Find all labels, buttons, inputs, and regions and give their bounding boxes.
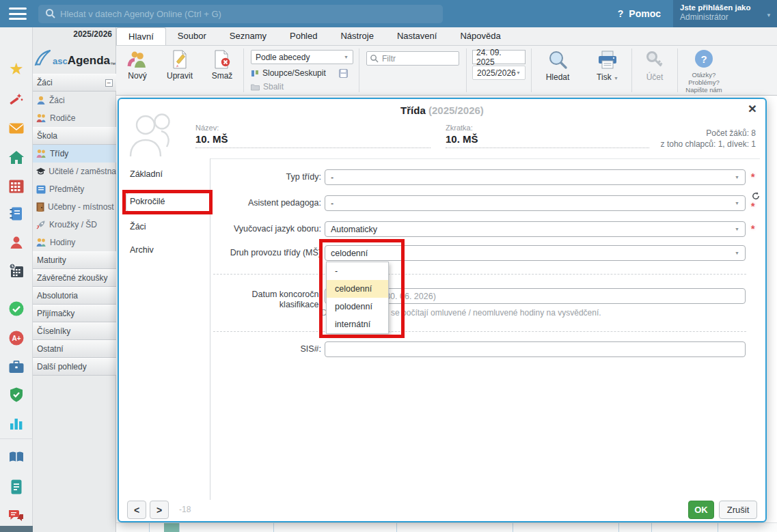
chevron-down-icon: ▼: [516, 70, 521, 75]
messages-chat-icon[interactable]: [0, 507, 33, 525]
room-door-icon: [36, 202, 44, 212]
dropdown-option-empty[interactable]: -: [327, 262, 388, 280]
print-dropdown-icon[interactable]: ▼: [614, 76, 618, 81]
ok-button[interactable]: OK: [688, 501, 714, 519]
new-button[interactable]: Nový: [116, 46, 159, 81]
help-question-icon: ?: [618, 8, 624, 19]
questions-button[interactable]: ? Otázky? Problémy? Napište nám: [678, 46, 730, 94]
dropdown-option-polodenni[interactable]: polodenní: [327, 298, 388, 316]
dropdown-option-internatni[interactable]: internátní: [327, 316, 388, 333]
menu-tab-nastroje[interactable]: Nástroje: [329, 27, 385, 45]
notebook-icon[interactable]: [0, 205, 33, 223]
nav-item-tridy[interactable]: Třídy: [33, 145, 116, 163]
briefcase-icon[interactable]: [0, 358, 33, 376]
abbr-value[interactable]: 10. MŠ: [446, 133, 649, 145]
nav-item-predmety[interactable]: Předměty: [33, 180, 116, 198]
cancel-button[interactable]: Zrušit: [719, 501, 757, 519]
columns-group-button[interactable]: Sloupce/Seskupit: [251, 68, 353, 78]
dialog-tab-zaci[interactable]: Žáci: [119, 222, 210, 232]
refresh-icon[interactable]: [752, 192, 760, 200]
menu-tab-pohled[interactable]: Pohled: [278, 27, 329, 45]
menu-tab-seznamy[interactable]: Seznamy: [218, 27, 278, 45]
nav-header-zaci[interactable]: Žáci −: [33, 74, 116, 92]
filter-input[interactable]: [366, 51, 459, 66]
dialog-tab-zakladni[interactable]: Základní: [119, 169, 210, 179]
sort-select[interactable]: Podle abecedy▼: [251, 50, 353, 64]
nav-item-krouzky[interactable]: Kroužky / ŠD: [33, 216, 116, 234]
calendar-clock-icon[interactable]: [0, 262, 33, 279]
label-sis: SIS#:: [208, 344, 321, 354]
nav-header-ostatni[interactable]: Ostatní: [33, 340, 116, 358]
menu-tab-hlavni[interactable]: Hlavní: [116, 27, 166, 45]
profile-person-icon[interactable]: [0, 234, 33, 251]
student-icon: [36, 96, 46, 105]
required-asterisk: *: [751, 201, 754, 212]
date-field[interactable]: 24. 09. 2025: [472, 50, 526, 64]
edit-button[interactable]: Upravit: [159, 46, 201, 81]
select-typ-tridy[interactable]: -▼: [325, 169, 746, 185]
grades-a-plus-icon[interactable]: A+: [0, 329, 33, 347]
user-menu[interactable]: Jste přihlášen jako Administrátor ▼: [673, 0, 777, 27]
name-value[interactable]: 10. MŠ: [195, 133, 431, 145]
chevron-down-icon: ▼: [735, 251, 739, 255]
required-asterisk: *: [751, 223, 754, 234]
menu-tab-napoveda[interactable]: Nápověda: [448, 27, 512, 45]
home-icon[interactable]: [0, 149, 33, 167]
menu-tab-nastaveni[interactable]: Nastavení: [385, 27, 449, 45]
save-layout-icon[interactable]: [339, 69, 348, 78]
agenda-pen-icon[interactable]: [0, 526, 33, 532]
mail-icon[interactable]: [0, 120, 33, 137]
class-name-block: Název: 10. MŠ: [195, 124, 431, 148]
nav-header-absolutoria[interactable]: Absolutoria: [33, 287, 116, 305]
help-button[interactable]: ? Pomoc: [618, 8, 661, 19]
nav-header-ciselniky[interactable]: Číselníky: [33, 322, 116, 340]
menu-tab-soubor[interactable]: Soubor: [166, 27, 218, 45]
collapse-button[interactable]: Sbalit: [251, 82, 353, 92]
year-select[interactable]: 2025/2026▼: [472, 66, 526, 80]
documents-icon[interactable]: [0, 478, 33, 496]
timetable-calendar-icon[interactable]: [0, 178, 33, 195]
library-book-icon[interactable]: [0, 448, 33, 466]
asc-agenda-logo[interactable]: ascAgenda™: [33, 39, 115, 68]
delete-button[interactable]: Smaž: [201, 46, 243, 81]
nav-header-maturity[interactable]: Maturity: [33, 251, 116, 269]
global-search-input[interactable]: [38, 5, 443, 23]
sis-input[interactable]: [325, 341, 746, 357]
nav-item-zaci[interactable]: Žáci: [33, 92, 116, 109]
hamburger-menu-icon[interactable]: [9, 8, 27, 20]
columns-icon: [251, 69, 259, 77]
dropdown-option-celodenni[interactable]: celodenní: [327, 280, 388, 298]
student-counts: Počet žáků: 8 z toho chlapců: 1, dívek: …: [661, 128, 756, 150]
chevron-down-icon: ▼: [735, 175, 739, 180]
magic-wand-icon[interactable]: [0, 90, 33, 108]
select-jazyk[interactable]: Automaticky▼: [325, 221, 746, 237]
nav-item-ucitele[interactable]: Učitelé / zaměstna: [33, 163, 116, 180]
statistics-bar-chart-icon[interactable]: [0, 414, 33, 432]
dialog-tab-archiv[interactable]: Archiv: [119, 245, 210, 255]
select-asistent[interactable]: -▼: [325, 195, 746, 211]
nav-header-zaverecne[interactable]: Závěrečné zkoušky: [33, 269, 116, 287]
next-record-button[interactable]: >: [150, 501, 169, 519]
nav-item-hodiny[interactable]: Hodiny: [33, 234, 116, 251]
print-button[interactable]: Tisk ▼: [584, 46, 631, 82]
nav-header-prijimacky[interactable]: Přijímačky: [33, 305, 116, 322]
check-badge-icon[interactable]: [0, 300, 33, 318]
combo-druh-provozu[interactable]: celodenní▼: [325, 245, 746, 261]
close-icon[interactable]: ×: [748, 102, 756, 115]
delete-icon: [213, 50, 232, 69]
nav-item-rodice[interactable]: Rodiče: [33, 109, 116, 127]
security-shield-icon[interactable]: [0, 386, 33, 404]
nav-header-dalsi-pohledy[interactable]: Další pohledy: [33, 358, 116, 376]
dialog-tab-pokrocile[interactable]: Pokročilé: [119, 197, 210, 206]
account-button[interactable]: Účet: [632, 46, 677, 82]
search-button[interactable]: Hledat: [532, 46, 584, 82]
chevron-down-icon: ▼: [344, 55, 349, 59]
prev-record-button[interactable]: <: [127, 501, 146, 519]
nav-item-ucebny[interactable]: Učebny - místnost: [33, 198, 116, 216]
collapse-icon[interactable]: −: [105, 79, 113, 87]
favorites-star-icon[interactable]: ★: [0, 60, 33, 78]
required-asterisk: *: [751, 171, 754, 182]
druh-provozu-dropdown: - celodenní polodenní internátní: [326, 262, 389, 334]
nav-header-skola[interactable]: Škola: [33, 127, 116, 145]
class-watermark-icon: [124, 110, 180, 159]
